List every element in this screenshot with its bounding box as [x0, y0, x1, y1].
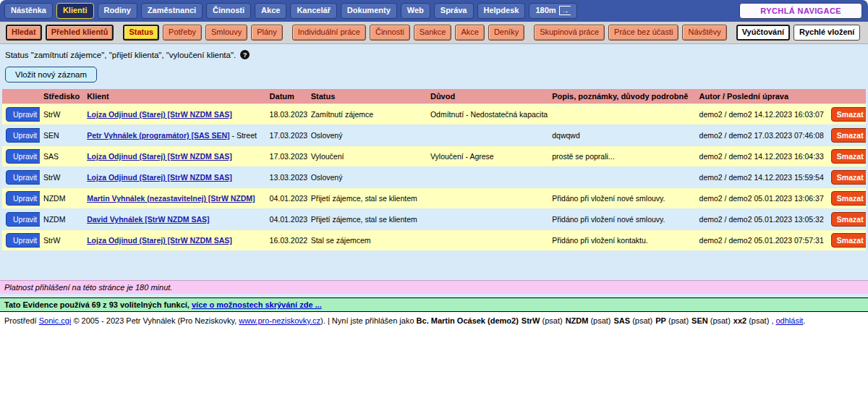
cell-datum: 17.03.2023	[266, 125, 307, 145]
col-header-delete	[827, 89, 866, 104]
cell-duvod	[427, 125, 548, 145]
toolbar-skupinova-prace-button[interactable]: Skupinová práce	[534, 25, 605, 40]
nav-item-zamestnanci[interactable]: Zaměstnanci	[141, 3, 203, 18]
cell-datum: 04.01.2023	[266, 188, 307, 208]
client-link[interactable]: Lojza Odjinud (Starej) [StrW NZDM SAS]	[87, 236, 232, 245]
toolbar-akce-button[interactable]: Akce	[455, 25, 484, 40]
user-role: SEN(psat)	[692, 316, 731, 325]
cell-datum: 13.03.2023	[266, 167, 307, 187]
delete-button[interactable]: Smazat	[831, 149, 866, 164]
cell-duvod: Odmítnutí - Nedostatečná kapacita	[427, 104, 548, 124]
delete-button[interactable]: Smazat	[831, 107, 866, 122]
cell-status: Stal se zájemcem	[307, 230, 427, 250]
main-content: Status "zamítnutí zájemce", "přijetí kli…	[0, 44, 868, 280]
table-row: Upravit StrW Lojza Odjinud (Starej) [Str…	[2, 104, 866, 124]
logout-link[interactable]: odhlásit	[776, 316, 804, 325]
edit-button[interactable]: Upravit	[6, 170, 40, 185]
edit-button[interactable]: Upravit	[6, 149, 40, 164]
footer: Prostředí Sonic.cgi © 2005 - 2023 Petr V…	[0, 312, 868, 329]
session-timer-button[interactable]: 180m→	[529, 3, 576, 18]
nav-item-sprava[interactable]: Správa	[434, 3, 474, 18]
edit-button[interactable]: Upravit	[6, 128, 40, 143]
client-toolbar: Hledat Přehled klientů Status Potřeby Sm…	[0, 22, 868, 44]
role-mode: (psat)	[542, 316, 563, 325]
client-link[interactable]: Martin Vyhnálek (nezastavitelnej) [StrW …	[87, 194, 255, 203]
cell-edit: Upravit	[2, 146, 40, 166]
edit-button[interactable]: Upravit	[6, 212, 40, 227]
client-link[interactable]: Lojza Odjinud (Starej) [StrW NZDM SAS]	[87, 152, 232, 161]
cell-status: Zamítnutí zájemce	[307, 104, 427, 124]
cell-datum: 04.01.2023	[266, 209, 307, 229]
cell-edit: Upravit	[2, 104, 40, 124]
client-suffix: - Street	[230, 131, 257, 140]
cell-status: Oslovený	[307, 125, 427, 145]
evidence-usage-text: Tato Evidence používá 69 z 93 volitelnýc…	[4, 300, 192, 309]
client-link[interactable]: Petr Vyhnálek (programátor) [SAS SEN]	[87, 131, 229, 140]
pro-neziskovky-link[interactable]: www.pro-neziskovky.cz	[239, 316, 320, 325]
cell-autor: demo2 / demo2 05.01.2023 13:05:32	[696, 209, 827, 229]
edit-button[interactable]: Upravit	[6, 191, 40, 206]
client-link[interactable]: Lojza Odjinud (Starej) [StrW NZDM SAS]	[87, 110, 232, 119]
role-name: SEN	[692, 316, 708, 325]
toolbar-deniky-button[interactable]: Deníky	[488, 25, 524, 40]
nav-item-nastenka[interactable]: Nástěnka	[4, 3, 53, 18]
session-timer-label: 180m	[535, 6, 556, 14]
toolbar-status-button[interactable]: Status	[123, 25, 159, 40]
table-row: Upravit SEN Petr Vyhnálek (programátor) …	[2, 125, 866, 145]
role-name: SAS	[614, 316, 631, 325]
footer-environment-prefix: Prostředí	[4, 316, 39, 325]
nav-item-web[interactable]: Web	[401, 3, 430, 18]
quick-navigation-button[interactable]: RYCHLÁ NAVIGACE	[739, 3, 862, 19]
edit-button[interactable]: Upravit	[6, 233, 40, 248]
nav-item-akce[interactable]: Akce	[255, 3, 286, 18]
cell-stredisko: StrW	[40, 230, 83, 250]
help-icon[interactable]: ?	[240, 50, 250, 59]
col-header-klient: Klient	[83, 89, 265, 104]
cell-datum: 16.03.2022	[266, 230, 307, 250]
cell-popis: Přidáno při vložení nové smlouvy.	[548, 209, 695, 229]
nav-item-dokumenty[interactable]: Dokumenty	[341, 3, 397, 18]
delete-button[interactable]: Smazat	[831, 128, 866, 143]
nav-item-klienti[interactable]: Klienti	[56, 3, 94, 18]
edit-button[interactable]: Upravit	[6, 107, 40, 122]
toolbar-navstevy-button[interactable]: Návštěvy	[682, 25, 726, 40]
cell-edit: Upravit	[2, 125, 40, 145]
toolbar-vyuctovani-button[interactable]: Vyúčtování	[736, 25, 790, 40]
insert-new-record-button[interactable]: Vložit nový záznam	[5, 67, 97, 83]
toolbar-cinnosti-button[interactable]: Činnosti	[370, 25, 410, 40]
nav-item-rodiny[interactable]: Rodiny	[98, 3, 137, 18]
footer-logout-separator: ,	[769, 316, 775, 325]
toolbar-prehled-klientu-button[interactable]: Přehled klientů	[46, 25, 114, 40]
col-header-autor: Autor / Poslední úprava	[696, 89, 827, 104]
toolbar-smlouvy-button[interactable]: Smlouvy	[205, 25, 247, 40]
cell-autor: demo2 / demo2 14.12.2023 15:59:54	[696, 167, 827, 187]
status-description: Status "zamítnutí zájemce", "přijetí kli…	[2, 48, 866, 59]
delete-button[interactable]: Smazat	[831, 212, 866, 227]
table-row: Upravit NZDM David Vyhnálek [StrW NZDM S…	[2, 209, 866, 229]
user-role: xx2(psat)	[733, 316, 769, 325]
delete-button[interactable]: Smazat	[831, 170, 866, 185]
cell-popis: Přidáno při vložení nové smlouvy.	[548, 188, 695, 208]
toolbar-prace-bez-ucasti-button[interactable]: Práce bez účasti	[608, 25, 678, 40]
toolbar-sankce-button[interactable]: Sankce	[414, 25, 452, 40]
toolbar-individualni-prace-button[interactable]: Individuální práce	[292, 25, 366, 40]
status-records-table: Středisko Klient Datum Status Důvod Popi…	[2, 88, 866, 251]
cell-stredisko: SAS	[40, 146, 83, 166]
toolbar-potreby-button[interactable]: Potřeby	[163, 25, 202, 40]
client-link[interactable]: David Vyhnálek [StrW NZDM SAS]	[87, 215, 209, 224]
sonic-cgi-link[interactable]: Sonic.cgi	[39, 316, 72, 325]
nav-item-cinnosti[interactable]: Činnosti	[206, 3, 251, 18]
evidence-more-link[interactable]: více o možnostech skrývání zde ...	[192, 300, 322, 309]
cell-klient: Lojza Odjinud (Starej) [StrW NZDM SAS]	[83, 104, 265, 124]
nav-item-helpdesk[interactable]: Helpdesk	[477, 3, 526, 18]
col-header-stredisko: Středisko	[40, 89, 83, 104]
nav-item-kancelar[interactable]: Kancelář	[290, 3, 336, 18]
toolbar-plany-button[interactable]: Plány	[251, 25, 283, 40]
cell-popis: Přidáno při vložení kontaktu.	[548, 230, 695, 250]
client-link[interactable]: Lojza Odjinud (Starej) [StrW NZDM SAS]	[87, 173, 232, 182]
toolbar-hledat-button[interactable]: Hledat	[6, 25, 42, 40]
delete-button[interactable]: Smazat	[831, 191, 866, 206]
role-mode: (psat)	[749, 316, 769, 325]
toolbar-rychle-vlozeni-button[interactable]: Rychlé vložení	[793, 25, 860, 40]
delete-button[interactable]: Smazat	[831, 233, 866, 248]
